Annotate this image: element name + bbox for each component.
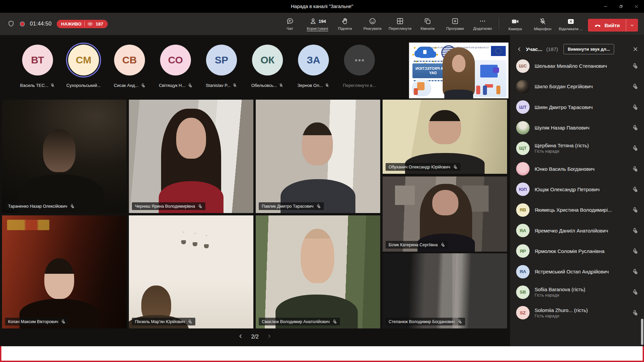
mic-off-icon[interactable] bbox=[632, 227, 638, 234]
toolbar-item-more[interactable]: Додатково bbox=[470, 15, 495, 32]
participant-row[interactable]: ЯРЯрмолюк Соломія Русланівна bbox=[516, 241, 644, 261]
mic-off-icon[interactable] bbox=[632, 83, 638, 90]
video-tile[interactable]: Павлик Дмитро Тарасович bbox=[256, 100, 380, 213]
mic-off-icon[interactable] bbox=[632, 310, 638, 316]
back-button[interactable] bbox=[516, 46, 523, 52]
leave-button[interactable]: Вийти bbox=[588, 19, 626, 32]
rooms-icon bbox=[424, 17, 432, 25]
participant-row[interactable]: SZSolomiia Zhuro... (гість)Гість наради bbox=[516, 303, 644, 323]
eye-icon bbox=[87, 21, 93, 27]
toolbar-item-view[interactable]: Переглянути bbox=[387, 15, 413, 32]
participant-row[interactable]: ЩТЩербина Тетяна (гість)Гість наради bbox=[516, 138, 644, 158]
meeting-timer: 01:44:50 bbox=[30, 21, 52, 27]
participant-row[interactable]: ЯАЯремечко Даниїл Анатолійович bbox=[516, 220, 644, 241]
tile-participant-name: Степанюк Володимир Богданович bbox=[389, 319, 455, 324]
participants-list: ШСШельвах Михайло СтепановичШило Богдан … bbox=[510, 56, 644, 346]
avatar-strip-overflow[interactable]: ⋯Переглянути в... bbox=[344, 45, 375, 100]
scrollbar-thumb[interactable] bbox=[641, 319, 643, 345]
tile-name-label: Копач Максим Вікторович bbox=[5, 318, 68, 325]
window-title: Нарада в каналі "Загальне" bbox=[46, 4, 598, 9]
camera-icon bbox=[511, 17, 519, 26]
avatar-strip-item[interactable]: ЗАЗернов Ол... bbox=[298, 45, 329, 100]
mic-off-icon[interactable] bbox=[632, 104, 638, 110]
participant-initials-avatar: ЯА bbox=[516, 265, 530, 278]
avatar-strip-item[interactable]: ОКОбельовсь... bbox=[252, 45, 283, 100]
video-tile[interactable]: Степанюк Володимир Богданович bbox=[383, 253, 507, 328]
close-button[interactable] bbox=[629, 0, 644, 13]
toolbar-item-label: Користувачі bbox=[307, 27, 328, 31]
next-page-button[interactable] bbox=[266, 333, 272, 341]
mute-all-button[interactable]: Вимкнути звук дл... bbox=[563, 44, 614, 54]
video-tile[interactable]: Черниш Ярина Володимирівна bbox=[129, 100, 253, 213]
participant-row[interactable]: Шуляк Назар Павлович bbox=[516, 117, 644, 138]
mic-off-icon[interactable] bbox=[632, 166, 638, 172]
participant-photo-avatar bbox=[516, 121, 530, 135]
chevron-down-icon bbox=[630, 23, 635, 28]
participant-row[interactable]: ЯАЯстремський Остап Андрійович bbox=[516, 261, 644, 282]
mic-off-icon[interactable] bbox=[632, 124, 638, 131]
participant-row[interactable]: ЯВЯкимець Христина Володимирі... bbox=[516, 200, 644, 220]
participant-row[interactable]: ШТШиян Дмитро Тарасович bbox=[516, 97, 644, 117]
mic-off-icon[interactable] bbox=[632, 186, 638, 193]
avatar-strip-item[interactable]: SPStanislav P... bbox=[206, 45, 237, 100]
avatar-strip-item[interactable]: ВТВасиль ТЕС... bbox=[22, 45, 53, 100]
participant-row[interactable]: Юнко Василь Богданович bbox=[516, 158, 644, 179]
mic-off-icon bbox=[452, 164, 457, 169]
video-tile[interactable]: Білик Катерина Сергіївна bbox=[383, 176, 507, 252]
participant-row[interactable]: SBSofiia Baranova (гість)Гість наради bbox=[516, 282, 644, 302]
mic-off-icon[interactable] bbox=[632, 145, 638, 151]
video-tile[interactable]: Смаглюк Володимир Анатолійович bbox=[256, 215, 380, 328]
participant-name: Сухорольський... bbox=[66, 83, 101, 88]
mic-off-icon bbox=[60, 319, 65, 324]
microphone-button[interactable]: Мікрофон bbox=[530, 15, 555, 33]
participant-row[interactable]: ШСШельвах Михайло Степанович bbox=[516, 56, 644, 76]
restore-button[interactable] bbox=[613, 0, 629, 13]
participant-initials-avatar: SB bbox=[516, 286, 530, 299]
video-tile[interactable]: Обуханич Олександр Юрійович bbox=[383, 100, 507, 174]
avatar-strip-item[interactable]: СМСухорольський... bbox=[68, 45, 99, 100]
panel-close-button[interactable] bbox=[632, 46, 639, 52]
video-tile[interactable]: Тараненко Назар Олексійович bbox=[2, 100, 127, 213]
avatar-strip-item[interactable]: СОСвітящук Н... bbox=[160, 45, 191, 100]
presenter-thumbnail[interactable]: DataProEU Co-funded by the Erasmus+ Prog… bbox=[409, 42, 509, 99]
mic-off-icon[interactable] bbox=[632, 207, 638, 213]
participant-initials-avatar: ШС bbox=[516, 59, 530, 73]
toolbar-item-chat[interactable]: Чат bbox=[277, 15, 303, 32]
participant-name: Ющак Олександр Петрович bbox=[535, 187, 627, 192]
person-head bbox=[44, 258, 74, 299]
main-area: ВТВасиль ТЕС...СМСухорольський...СВСисак… bbox=[0, 35, 644, 346]
toolbar-item-raise[interactable]: Підняти bbox=[332, 15, 358, 32]
participant-row[interactable]: Шило Богдан Сергійович bbox=[516, 76, 644, 97]
mic-off-icon[interactable] bbox=[632, 63, 638, 69]
person-head bbox=[429, 110, 461, 144]
revoke-button[interactable]: Відкликати ... bbox=[557, 15, 584, 33]
video-tile[interactable]: Копач Максим Вікторович bbox=[2, 215, 127, 328]
video-tile[interactable]: Пінзель Мар'ян Юрійович bbox=[129, 215, 253, 328]
camera-button[interactable]: Камера bbox=[502, 15, 528, 33]
toolbar-item-react[interactable]: Реагувати bbox=[360, 15, 385, 32]
participant-initials-avatar: ЯВ bbox=[516, 203, 530, 217]
participant-initials-avatar: SZ bbox=[516, 306, 530, 319]
participant-avatar: ВТ bbox=[22, 45, 53, 75]
toolbar-device-controls: Камера Мікрофон Відкликати ... bbox=[502, 15, 584, 33]
participant-role: Гість наради bbox=[535, 149, 627, 154]
page-indicator: 2/2 bbox=[251, 334, 258, 340]
mic-off-icon[interactable] bbox=[632, 268, 638, 275]
presenter-video bbox=[439, 47, 479, 98]
mic-off-icon[interactable] bbox=[632, 248, 638, 254]
minimize-button[interactable] bbox=[598, 0, 613, 13]
toolbar-item-users[interactable]: 194Користувачі bbox=[305, 15, 330, 33]
participant-row[interactable]: ЮПЮщак Олександр Петрович bbox=[516, 179, 644, 200]
leave-label: Вийти bbox=[604, 22, 620, 28]
tile-name-label: Смаглюк Володимир Анатолійович bbox=[259, 318, 340, 325]
previous-page-button[interactable] bbox=[238, 333, 244, 341]
leave-options-button[interactable] bbox=[626, 19, 638, 32]
toolbar-item-apps[interactable]: Програми bbox=[442, 15, 468, 32]
shield-icon bbox=[7, 20, 15, 28]
mic-off-icon[interactable] bbox=[632, 289, 638, 295]
react-icon bbox=[368, 17, 377, 25]
meeting-toolbar: 01:44:50 НАЖИВО 187 Чат194КористувачіПід… bbox=[0, 13, 644, 35]
toolbar-item-rooms[interactable]: Кімнати bbox=[415, 15, 440, 32]
participant-avatar: SP bbox=[206, 45, 237, 75]
avatar-strip-item[interactable]: СВСисак Анд... bbox=[114, 45, 145, 100]
